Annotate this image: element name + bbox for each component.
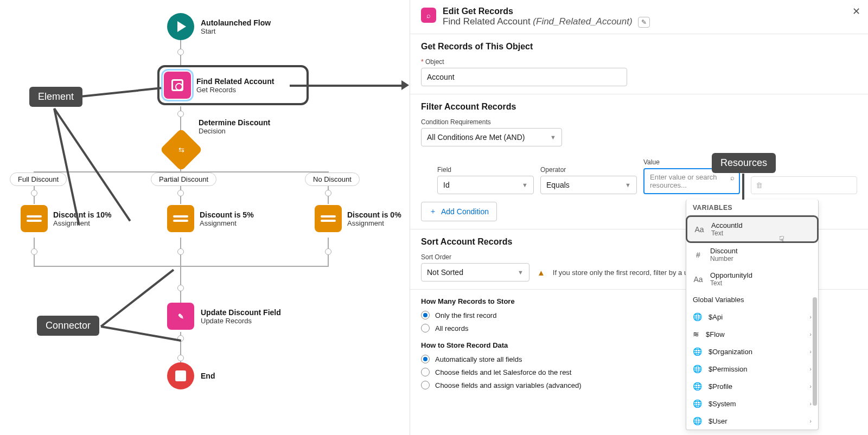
- cond-req-label: Condition Requirements: [421, 118, 857, 126]
- resource-item-discount[interactable]: #DiscountNumber: [686, 242, 818, 267]
- start-label: Autolaunched Flow Start: [201, 18, 271, 35]
- resource-item-accountid[interactable]: AaAccountIdText: [687, 217, 817, 241]
- global-var-api[interactable]: 🌐$Api›: [686, 308, 818, 325]
- arrow-head-icon: [401, 80, 409, 90]
- callout-line: [100, 269, 174, 328]
- panel-subtitle: Find Related Account (Find_Related_Accou…: [443, 16, 650, 27]
- update-records-element[interactable]: ✎ Update Discount Field Update Records: [167, 303, 281, 330]
- chevron-right-icon: ›: [809, 366, 812, 372]
- section-title: Filter Account Records: [421, 102, 857, 112]
- assignment-10[interactable]: Discount is 10% Assignment: [21, 205, 111, 232]
- close-icon[interactable]: ✕: [852, 5, 860, 17]
- connector-dot: [177, 248, 184, 255]
- connector-dot: [177, 285, 184, 291]
- sort-order-select[interactable]: Not Sorted▼: [421, 263, 529, 282]
- chevron-right-icon: ›: [809, 383, 812, 389]
- globe-icon: 🌐: [693, 312, 702, 321]
- connector-dot: [31, 248, 37, 255]
- object-label: Object: [421, 58, 857, 66]
- callout-resources: Resources: [712, 153, 776, 173]
- decision-label: Determine Discount Decision: [199, 118, 270, 135]
- globe-icon: 🌐: [693, 347, 702, 356]
- field-label: Field: [437, 166, 534, 174]
- pointer-arrow: [290, 85, 404, 87]
- dropdown-header-globals: Global Variables: [686, 291, 818, 308]
- connector-dot: [177, 190, 184, 196]
- assignment-10-label: Discount is 10% Assignment: [53, 210, 111, 227]
- get-records-element[interactable]: Find Related Account Get Records: [157, 65, 309, 105]
- warning-icon: ▲: [537, 268, 545, 277]
- global-var-system[interactable]: 🌐$System›: [686, 395, 818, 412]
- get-records-label: Find Related Account Get Records: [196, 77, 274, 94]
- resource-item-opportunityid[interactable]: AaOpportunityIdText: [686, 267, 818, 291]
- section-object: Get Records of This Object Object Accoun…: [410, 34, 868, 94]
- dropdown-header-variables: VARIABLES: [686, 200, 818, 216]
- flow-canvas: Autolaunched Flow Start Find Related Acc…: [0, 0, 410, 435]
- outcome-full[interactable]: Full Discount: [10, 172, 67, 186]
- global-var-flow[interactable]: ≋$Flow›: [686, 325, 818, 343]
- callout-line: [80, 87, 162, 98]
- assignment-icon: [21, 205, 48, 232]
- type-icon: #: [693, 251, 704, 259]
- assignment-0[interactable]: Discount is 0% Assignment: [315, 205, 401, 232]
- global-var-permission[interactable]: 🌐$Permission›: [686, 360, 818, 378]
- warning-text: If you store only the first record, filt…: [553, 268, 688, 277]
- globe-icon: ≋: [693, 330, 699, 338]
- outcome-partial[interactable]: Partial Discount: [151, 172, 216, 186]
- stop-icon: [167, 362, 194, 389]
- panel-title: Edit Get Records: [443, 7, 650, 16]
- connector-dot: [177, 355, 184, 361]
- start-element[interactable]: Autolaunched Flow Start: [167, 13, 271, 40]
- assignment-5[interactable]: Discount is 5% Assignment: [167, 205, 254, 232]
- object-input[interactable]: Account: [421, 68, 627, 86]
- search-icon: ⌕: [730, 174, 735, 182]
- globe-icon: 🌐: [693, 382, 702, 391]
- chevron-right-icon: ›: [809, 400, 812, 407]
- chevron-right-icon: ›: [809, 418, 812, 424]
- panel-header: ⌕ Edit Get Records Find Related Account …: [410, 0, 868, 34]
- decision-icon: ⇆: [159, 128, 202, 171]
- globe-icon: 🌐: [693, 417, 702, 425]
- connector-dot: [177, 111, 184, 117]
- field-select[interactable]: Id▼: [437, 176, 534, 194]
- global-var-user[interactable]: 🌐$User›: [686, 412, 818, 430]
- assignment-icon: [315, 205, 342, 232]
- callout-element: Element: [29, 87, 82, 107]
- end-label: End: [201, 372, 215, 380]
- chevron-right-icon: ›: [809, 314, 812, 320]
- plus-icon: ＋: [429, 207, 437, 216]
- connector-dot: [177, 49, 184, 55]
- global-var-organization[interactable]: 🌐$Organization›: [686, 343, 818, 360]
- scrollbar[interactable]: [813, 297, 817, 406]
- cond-req-select[interactable]: All Conditions Are Met (AND)▼: [421, 128, 562, 146]
- resource-dropdown: VARIABLES AaAccountIdText#DiscountNumber…: [686, 200, 819, 430]
- type-icon: Aa: [694, 225, 705, 234]
- decision-element[interactable]: ⇆: [166, 135, 196, 165]
- assignment-5-label: Discount is 5% Assignment: [200, 210, 254, 227]
- connector-line: [34, 266, 329, 267]
- get-records-icon: ⌕: [421, 8, 436, 23]
- global-var-profile[interactable]: 🌐$Profile›: [686, 378, 818, 395]
- update-records-label: Update Discount Field Update Records: [201, 308, 281, 325]
- assignment-0-label: Discount is 0% Assignment: [347, 210, 401, 227]
- type-icon: Aa: [693, 275, 704, 284]
- get-records-icon: [164, 72, 191, 99]
- globe-icon: 🌐: [693, 364, 702, 373]
- connector-line: [180, 238, 181, 303]
- connector-dot: [325, 190, 331, 196]
- chevron-right-icon: ›: [809, 348, 812, 355]
- assignment-icon: [167, 205, 194, 232]
- connector-dot: [31, 190, 37, 196]
- globe-icon: 🌐: [693, 399, 702, 408]
- delete-condition-button[interactable]: 🗑: [751, 176, 857, 194]
- details-panel: ⌕ Edit Get Records Find Related Account …: [410, 0, 868, 435]
- section-title: Get Records of This Object: [421, 42, 857, 52]
- add-condition-button[interactable]: ＋ Add Condition: [421, 202, 497, 221]
- operator-select[interactable]: Equals▼: [540, 176, 637, 194]
- end-element[interactable]: End: [167, 362, 215, 389]
- operator-label: Operator: [540, 166, 637, 174]
- edit-name-button[interactable]: ✎: [638, 17, 650, 28]
- outcome-none[interactable]: No Discount: [305, 172, 360, 186]
- connector-dot: [325, 248, 331, 255]
- update-records-icon: ✎: [167, 303, 194, 330]
